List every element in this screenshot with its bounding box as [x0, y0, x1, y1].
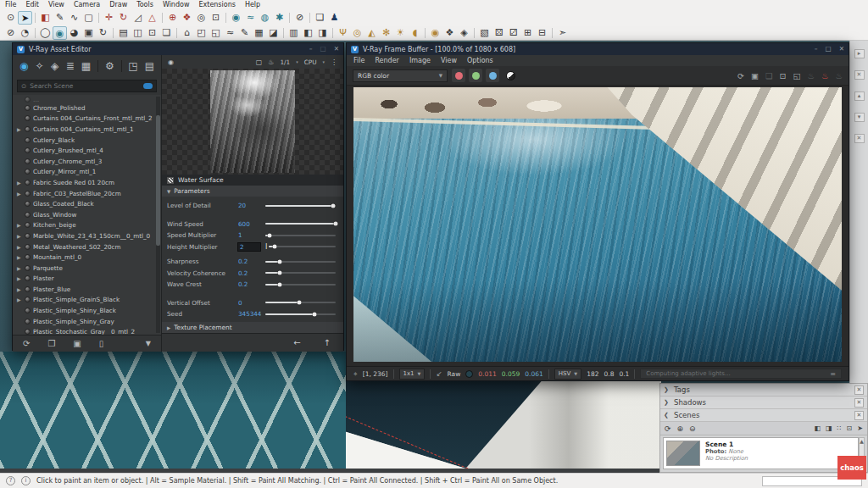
material-row[interactable]: ▶Metal_Weathered_S02_20cm	[13, 241, 161, 252]
move-scene-up-icon[interactable]: ◨	[826, 424, 832, 432]
curve-icon[interactable]: ↙	[436, 369, 442, 378]
vray-asset-editor-icon[interactable]: ◉	[229, 11, 243, 25]
parameter-value[interactable]: 0	[238, 299, 265, 307]
scatter-icon[interactable]: ⊞	[520, 26, 535, 40]
asset-library-icon[interactable]: ▤	[145, 60, 154, 72]
slider-handle[interactable]	[331, 203, 335, 208]
light-dome-icon[interactable]: ◖	[408, 26, 422, 40]
search-scene-input[interactable]: ⊙ Search Scene	[17, 80, 157, 92]
scene-row[interactable]: Scene 1 Photo: None No Description	[664, 438, 858, 469]
zoom-tool-icon[interactable]: ◎	[194, 11, 209, 25]
line-tool-icon[interactable]: ✎	[53, 11, 67, 25]
vfb-menu-file[interactable]: File	[353, 57, 364, 64]
vray-batch-icon[interactable]: ⊘	[292, 11, 307, 25]
preview-object-icon[interactable]: ♨	[268, 58, 274, 66]
material-row[interactable]: Plastic_Simple_Shiny_Black	[13, 305, 161, 316]
textures-category-icon[interactable]: ▦	[81, 60, 91, 72]
menu-edit[interactable]: Edit	[25, 1, 39, 8]
move-tool-icon[interactable]: ✛	[102, 11, 116, 25]
parameter-slider[interactable]	[269, 246, 336, 247]
open-folder-icon[interactable]: ❐	[47, 339, 55, 348]
move-scene-down-icon[interactable]: ◧	[814, 424, 821, 432]
save-image-icon[interactable]: ▣	[751, 71, 759, 80]
frame-buffer-icon[interactable]: ▣	[81, 26, 96, 40]
slider-handle[interactable]	[277, 282, 281, 286]
parameters-section-header[interactable]: ▼ Parameters	[162, 186, 343, 197]
up-to-parent-icon[interactable]: ↑	[324, 338, 331, 347]
geolocation-icon[interactable]: ?	[6, 476, 15, 485]
zoom-dropdown[interactable]: 1x1▼	[399, 369, 426, 380]
pick-object-icon[interactable]: ➣	[555, 26, 570, 40]
slider-handle[interactable]	[297, 301, 301, 305]
vray-interactive-icon[interactable]: ◍	[258, 11, 272, 25]
vray-render-icon[interactable]: ≈	[243, 11, 258, 25]
sync-icon[interactable]: ⟳	[23, 339, 30, 348]
settings-category-icon[interactable]: ⚙	[105, 60, 114, 72]
fur-icon[interactable]: ❖	[442, 26, 457, 40]
close-icon[interactable]: ✕	[854, 385, 864, 395]
parameter-slider[interactable]	[265, 272, 336, 274]
parameter-value[interactable]: 0.2	[238, 280, 265, 288]
log-icon[interactable]: ≡	[830, 370, 836, 378]
cosmos-browser-icon[interactable]: ⌂	[180, 26, 194, 40]
material-row[interactable]: Plastic_Simple_Shiny_Gray	[13, 316, 161, 327]
menu-view[interactable]: View	[48, 1, 64, 8]
render-queue-icon[interactable]: ◯	[38, 26, 53, 40]
material-row[interactable]: Cutlery_Black	[13, 135, 161, 146]
material-row[interactable]: Plastic_Stochastic_Gray__0_mtl_2	[13, 326, 161, 335]
expand-arrow-icon[interactable]: ▶	[17, 233, 22, 239]
slider-handle[interactable]	[267, 233, 271, 237]
parameter-slider[interactable]	[265, 223, 336, 225]
vray-utility-icon[interactable]: ⊘	[3, 26, 18, 40]
vfb-menu-image[interactable]: Image	[409, 57, 431, 64]
grid-box-icon[interactable]: ▦	[252, 26, 266, 40]
back-icon[interactable]: ←	[293, 338, 300, 347]
parameter-value[interactable]: 345344	[238, 310, 265, 318]
vray-lens-icon[interactable]: ◔	[18, 26, 32, 40]
freehand-icon[interactable]: ∿	[67, 11, 81, 25]
box-edit2-icon[interactable]: ◱	[209, 26, 223, 40]
paint-bucket-icon[interactable]: ◧	[38, 11, 53, 25]
region-icon[interactable]: ⊡	[145, 26, 159, 40]
red-channel-button[interactable]	[452, 69, 465, 82]
menu-window[interactable]: Window	[163, 1, 190, 8]
interactive-render-teapot-icon[interactable]: ♨	[821, 71, 829, 80]
update-scene-icon[interactable]: ⟳	[665, 424, 671, 433]
minimize-button[interactable]: –	[815, 43, 818, 55]
render-last-icon[interactable]: ⟳	[737, 71, 744, 80]
bw-channel-button[interactable]	[506, 71, 515, 80]
maximize-button[interactable]: □	[826, 43, 832, 55]
new-file-icon[interactable]: ❏	[313, 11, 327, 25]
expand-arrow-icon[interactable]: ▶	[17, 191, 22, 197]
window-split2-icon[interactable]: ◨	[315, 26, 330, 40]
slider-handle[interactable]	[313, 312, 317, 316]
parameter-slider[interactable]	[265, 261, 336, 263]
expand-arrow-icon[interactable]: ▶	[17, 286, 22, 292]
teapot-interactive-icon[interactable]: ◕	[67, 26, 81, 40]
preview-scale-label[interactable]: 1/1	[280, 58, 290, 66]
material-list-scrollbar[interactable]	[156, 97, 160, 333]
material-row[interactable]: Glass_Window	[13, 209, 161, 220]
parameter-value[interactable]: 0.2	[238, 269, 265, 277]
tray-scroll-up-icon[interactable]: ▴	[854, 92, 865, 101]
texture-name-header[interactable]: Water Surface	[162, 175, 343, 186]
filter-toggle[interactable]	[143, 83, 153, 89]
material-row[interactable]: ▶Fabric Suede Red 01 20cm	[13, 177, 161, 188]
window-split-icon[interactable]: ◧	[301, 26, 315, 40]
delete-icon[interactable]: ▯	[99, 339, 104, 348]
material-row[interactable]: Cutlery_Mirror_mtl_1	[13, 167, 161, 178]
light-spot-icon[interactable]: ◭	[364, 26, 379, 40]
purge-icon[interactable]: ▼	[146, 340, 151, 347]
expand-arrow-icon[interactable]: ▶	[17, 254, 22, 260]
light-ies-icon[interactable]: ✻	[379, 26, 393, 40]
expand-arrow-icon[interactable]: ▶	[17, 222, 22, 228]
material-row[interactable]: ▶Plastic_Simple_GrainS_Black	[13, 295, 161, 306]
orbit-tool-icon[interactable]: ⊕	[165, 11, 180, 25]
material-row[interactable]: ▶Plaster	[13, 274, 161, 285]
slider-handle[interactable]	[272, 245, 276, 249]
import-asset-icon[interactable]: ◳	[128, 60, 137, 72]
tags-section-header[interactable]: ❯ Tags ✕	[660, 384, 867, 396]
material-row-clipped[interactable]: …	[13, 97, 161, 103]
scenes-section-header[interactable]: ❮ Scenes ✕	[660, 409, 867, 422]
vray-viewport-icon[interactable]: ✱	[272, 11, 287, 25]
